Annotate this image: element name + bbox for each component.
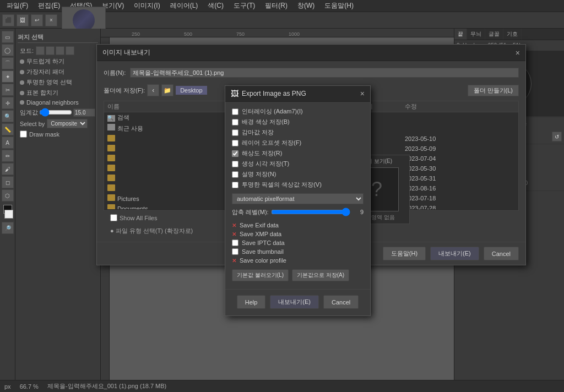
export-png-export-btn[interactable]: 내보내기(E): [270, 295, 319, 309]
merge-option[interactable]: 표본 합치기: [18, 88, 98, 98]
cb-bg-color[interactable]: [232, 119, 238, 126]
meta-cb-iptc[interactable]: [232, 239, 238, 246]
cb-resolution[interactable]: [232, 150, 238, 157]
desktop-folder-tag[interactable]: Desktop: [176, 86, 207, 95]
tool-ellipse-select[interactable]: ◯: [2, 44, 14, 56]
export-image-cancel-btn[interactable]: Cancel: [484, 247, 519, 260]
make-folder-btn[interactable]: 폴더 만들기(L): [468, 85, 519, 96]
export-png-dialog-title: 🖼 Export Image as PNG ×: [225, 86, 370, 102]
cb-interlacing[interactable]: [232, 108, 238, 115]
status-filename: 제목을-입력해주세요_001 (1).png (18.7 MB): [47, 382, 166, 390]
cb-resolution-label: 해상도 저장(R): [242, 149, 282, 157]
compression-value: 9: [352, 209, 364, 215]
threshold-input[interactable]: [73, 108, 95, 117]
cb-row-7: 투명한 픽셀의 색상값 저장(V): [232, 179, 364, 190]
tab-patterns[interactable]: 무늬: [467, 29, 485, 40]
tool-fill[interactable]: ⬡: [2, 189, 14, 202]
menu-filter[interactable]: 필터(R): [261, 0, 292, 12]
show-all-files-checkbox[interactable]: [110, 214, 117, 221]
status-zoom: 66.7 %: [20, 383, 39, 390]
col-extra: [460, 102, 515, 111]
name-input[interactable]: [130, 68, 519, 78]
compression-row: 압축 레벨(M): 9: [232, 206, 364, 220]
cb-creation-time[interactable]: [232, 161, 238, 167]
tab-symbols[interactable]: 기호: [503, 29, 522, 40]
brush-refresh-btn[interactable]: ↺: [552, 132, 562, 141]
export-image-close-btn[interactable]: ×: [516, 49, 520, 57]
cb-creation-time-label: 생성 시각 저장(T): [242, 160, 289, 168]
meta-label-0: Save Exif data: [240, 222, 279, 228]
cb-row-5: 생성 시각 저장(T): [232, 159, 364, 169]
file-date-documents: 2023-07-28: [405, 205, 460, 209]
soften-option[interactable]: 무드럽게 하기: [18, 56, 98, 67]
toolbar-icon-3[interactable]: ↩: [31, 14, 43, 26]
menu-edit[interactable]: 편집(E): [34, 0, 64, 12]
save-defaults-btn[interactable]: 기본값으로 저장(A): [292, 269, 349, 281]
threshold-slider[interactable]: [39, 108, 72, 117]
cb-gamma[interactable]: [232, 129, 238, 136]
toolbar-icon-2[interactable]: 🖼: [17, 14, 29, 26]
tool-move[interactable]: ✛: [2, 97, 14, 109]
tool-zoom[interactable]: 🔍: [2, 110, 14, 122]
diagonal-option[interactable]: Diagonal neighbors: [18, 98, 98, 107]
export-image-help-btn[interactable]: 도움말(H): [383, 247, 426, 260]
mode-btn-1[interactable]: [36, 46, 45, 55]
tool-pencil[interactable]: ✏: [2, 150, 14, 162]
menu-window[interactable]: 창(W): [293, 0, 319, 12]
cb-row-0: 인터레이싱 (Adam7)(I): [232, 106, 364, 117]
tab-brushes[interactable]: 끝: [454, 29, 467, 40]
folder-label: 폴더에 저장(F):: [104, 86, 145, 95]
toolbar-icon-4[interactable]: ×: [45, 14, 57, 26]
export-png-cancel-btn[interactable]: Cancel: [323, 295, 359, 309]
cb-interlacing-label: 인터레이싱 (Adam7)(I): [242, 107, 303, 116]
tool-fuzzy-select[interactable]: ✦: [2, 70, 14, 83]
load-defaults-btn[interactable]: 기본값 불러오기(L): [232, 269, 289, 281]
bg-color-swatch[interactable]: [4, 210, 13, 219]
draw-mask-checkbox[interactable]: [20, 130, 27, 138]
compression-label: 압축 레벨(M):: [232, 208, 269, 216]
transparent-option[interactable]: 투명한 영역 선택: [18, 77, 98, 88]
tab-fonts[interactable]: 글꼴: [485, 29, 503, 40]
tool-zoom-in[interactable]: 🔎: [2, 222, 14, 234]
mode-btn-4[interactable]: [66, 46, 74, 55]
meta-x-4: ✕: [232, 258, 236, 264]
cb-transparent-pixel[interactable]: [232, 182, 238, 188]
tool-scissors[interactable]: ✂: [2, 84, 14, 96]
export-image-export-btn[interactable]: 내보내기(E): [430, 247, 479, 260]
tool-rectangle-select[interactable]: ▭: [2, 31, 14, 43]
toolbar-icon-1[interactable]: ⬛: [2, 14, 14, 26]
tool-paintbrush[interactable]: 🖌: [2, 163, 14, 175]
mode-btn-2[interactable]: [46, 46, 55, 55]
file-date-pictures: 2023-07-18: [405, 195, 460, 202]
menu-layer[interactable]: 레이어(L): [166, 0, 203, 12]
tool-eraser[interactable]: ◻: [2, 176, 14, 188]
export-png-help-btn[interactable]: Help: [237, 295, 266, 309]
tool-text[interactable]: A: [2, 137, 14, 149]
export-image-dialog-title: 이미지 내보내기 ×: [97, 45, 525, 61]
tool-measure[interactable]: 📏: [2, 123, 14, 135]
select-by-row: Select by Composite Red Green Blue Alpha: [18, 118, 98, 129]
tool-free-select[interactable]: ⌒: [2, 57, 14, 69]
export-png-close-btn[interactable]: ×: [360, 90, 365, 97]
pixelformat-select[interactable]: automatic pixelformat: [232, 193, 364, 204]
compression-slider[interactable]: [271, 208, 350, 216]
menu-file[interactable]: 파일(F): [2, 0, 32, 12]
menu-help[interactable]: 도움말(H): [320, 0, 358, 12]
folder-icon-btn[interactable]: 📁: [161, 84, 173, 96]
cb-transparent-pixel-label: 투명한 픽셀의 색상값 저장(V): [242, 181, 322, 189]
meta-cb-thumbnail[interactable]: [232, 248, 238, 255]
cb-bg-color-label: 배경 색상 저장(B): [242, 118, 290, 126]
menu-image[interactable]: 이미지(I): [129, 0, 164, 12]
cb-layer-offset[interactable]: [232, 140, 238, 146]
file-date-2: 2023-07-04: [405, 155, 460, 162]
meta-cb-4: ✕ Save color profile: [232, 256, 364, 265]
feather-option[interactable]: 가장자리 패더: [18, 67, 98, 77]
cb-comment[interactable]: [232, 171, 238, 178]
mode-btn-3[interactable]: [56, 46, 64, 55]
select-by-dropdown[interactable]: Composite Red Green Blue Alpha: [47, 119, 88, 128]
meta-cb-0: ✕ Save Exif data: [232, 221, 364, 230]
nav-back-btn[interactable]: ‹: [147, 84, 159, 96]
file-date-0: 2023-05-10: [405, 135, 460, 142]
menu-color[interactable]: 색(C): [203, 0, 228, 12]
menu-tool[interactable]: 도구(T): [229, 0, 259, 12]
